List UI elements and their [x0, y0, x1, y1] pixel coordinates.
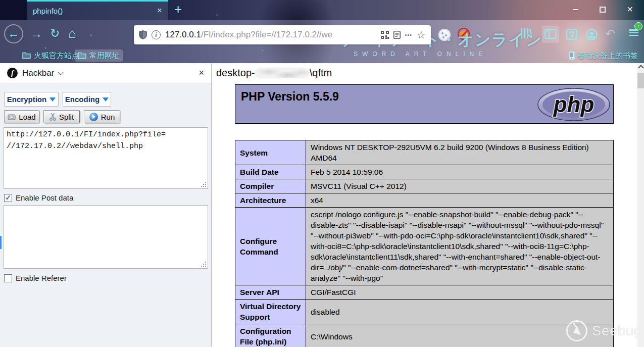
table-row: Configure Commandcscript /nologo configu… [235, 208, 614, 285]
seebug-watermark-text: Seebug [592, 323, 637, 339]
table-row: SystemWindows NT DESKTOP-292U5VM 6.2 bui… [235, 140, 614, 165]
table-row: CompilerMSVC11 (Visual C++ 2012) [235, 179, 614, 193]
bookmark-label: 常用网址 [89, 51, 120, 61]
split-label: Split [59, 113, 74, 121]
row-value: CGI/FastCGI [306, 285, 614, 300]
php-logo: php [536, 87, 611, 122]
table-row: Server APICGI/FastCGI [235, 285, 614, 300]
referer-label: Enable Referer [16, 274, 67, 282]
svg-text:php: php [553, 92, 595, 117]
row-value: MSVC11 (Visual C++ 2012) [306, 179, 614, 193]
php-version-header: PHP Version 5.5.9 php [235, 84, 614, 124]
scrollbar-up-arrow-icon[interactable] [638, 65, 643, 69]
window-minimize-button[interactable]: – [573, 3, 578, 15]
row-value: Feb 5 2014 10:59:06 [306, 165, 614, 179]
shield-icon[interactable] [139, 30, 147, 39]
scissors-icon [49, 113, 56, 121]
encoding-label: Encoding [65, 95, 100, 104]
scrollbar-thumb[interactable] [637, 73, 644, 88]
sidebar-icon[interactable] [544, 29, 557, 39]
table-row: Build DateFeb 5 2014 10:59:06 [235, 165, 614, 179]
bookmark-star-icon[interactable]: ☆ [417, 29, 426, 41]
seebug-watermark: Seebug [566, 320, 637, 342]
dropdown-arrow-icon [49, 97, 56, 102]
bookmark-label: 火狐官方站点 [34, 51, 79, 61]
table-row: Virtual Directory Supportdisabled [235, 300, 614, 324]
new-tab-button[interactable]: + [174, 2, 182, 17]
referer-checkbox[interactable]: ✓ [4, 274, 12, 282]
update-badge-icon[interactable]: ↑ [634, 22, 642, 30]
tabbar-corner [0, 0, 26, 20]
panel-scroll-indicator [0, 236, 2, 249]
panel-close-button[interactable]: × [199, 68, 204, 78]
encoding-dropdown-button[interactable]: Encoding [63, 92, 111, 107]
php-version-title: PHP Version 5.5.9 [241, 90, 339, 104]
resize-grip-icon[interactable] [201, 262, 206, 267]
resize-grip-icon[interactable] [201, 182, 206, 187]
enable-post-data-row: ✓ Enable Post data [4, 193, 73, 202]
page-actions-icon[interactable]: ••• [405, 32, 413, 38]
row-label: Build Date [235, 165, 306, 179]
encryption-dropdown-button[interactable]: Encryption [4, 92, 59, 107]
window-maximize-button[interactable] [600, 7, 606, 13]
account-icon[interactable] [586, 29, 598, 40]
window-close-button[interactable]: × [627, 3, 633, 15]
load-icon [8, 114, 16, 120]
tab-close-icon[interactable]: × [157, 6, 162, 16]
page-scrollbar[interactable] [637, 63, 644, 347]
back-icon: ← [8, 27, 19, 40]
redaction-blob [255, 68, 310, 78]
qr-code-icon[interactable] [381, 31, 389, 39]
url-text: 127.0.0.1/FI/index.php?file=//172.17.0.2… [165, 30, 376, 40]
menu-icon[interactable] [629, 29, 638, 36]
load-label: Load [19, 113, 35, 121]
row-value: cscript /nologo configure.js "--enable-s… [306, 208, 614, 285]
run-button[interactable]: Run [84, 110, 120, 123]
forward-button[interactable]: → [30, 27, 42, 41]
row-value: Windows NT DESKTOP-292U5VM 6.2 build 920… [306, 140, 614, 165]
encryption-label: Encryption [7, 95, 46, 104]
extensions-icon[interactable] [566, 29, 577, 40]
enable-referer-row: ✓ Enable Referer [4, 274, 67, 282]
home-button[interactable]: ⌂ [68, 26, 76, 41]
url-path: /FI/index.php?file=//172.17.0.2//we [201, 30, 332, 39]
table-row: Architecturex64 [235, 193, 614, 208]
page-content: desktop-\qftm PHP Version 5.5.9 php Syst… [212, 63, 637, 347]
run-play-icon [89, 113, 98, 121]
hackbar-post-data-textarea[interactable] [4, 205, 208, 269]
post-data-checkbox[interactable]: ✓ [4, 194, 12, 202]
site-info-icon[interactable]: i [152, 30, 161, 39]
bookmark-common-sites[interactable]: 常用网址 [75, 49, 123, 62]
host-suffix: \qftm [310, 67, 332, 78]
hackbar-url-textarea[interactable]: http://127.0.0.1/FI/index.php?file= //17… [4, 127, 208, 189]
forward-icon: → [30, 27, 42, 40]
bookmark-firefox-official[interactable]: 火狐官方站点 [19, 49, 82, 62]
theme-background-title-en: SWORD ART ONLINE [354, 51, 487, 58]
home-icon: ⌂ [68, 26, 76, 41]
row-label: Compiler [235, 179, 306, 193]
hackbar-title: Hackbar [22, 68, 54, 78]
split-button[interactable]: Split [43, 110, 80, 123]
hackbar-panel: f Hackbar × Encryption Encoding Load Spl… [0, 63, 212, 347]
undo-icon[interactable]: ↶ [605, 27, 615, 41]
load-button[interactable]: Load [4, 110, 39, 123]
address-bar[interactable]: i 127.0.0.1/FI/index.php?file=//172.17.0… [134, 25, 431, 44]
tab-title: phpinfo() [33, 7, 63, 15]
run-label: Run [101, 113, 115, 121]
url-domain: 127.0.0.1 [165, 30, 201, 39]
reload-button[interactable]: ↻ [50, 27, 60, 40]
table-row: Configuration File (php.ini)C:\Windows [235, 324, 614, 347]
folder-icon [78, 52, 86, 59]
mobile-bookmarks-label: 移动设备上的书签 [577, 51, 638, 61]
row-label: Configure Command [235, 208, 306, 285]
back-button[interactable]: ← [4, 24, 23, 43]
mobile-bookmarks-item[interactable]: 移动设备上的书签 [569, 49, 638, 62]
tab-phpinfo[interactable]: phpinfo() × [27, 0, 168, 20]
dropdown-arrow-icon [103, 97, 109, 102]
row-label: System [235, 140, 306, 165]
chevron-down-icon[interactable] [58, 69, 64, 75]
page-title: desktop-\qftm [216, 67, 332, 79]
row-label: Server API [235, 285, 306, 300]
row-label: Architecture [235, 193, 306, 208]
reader-mode-icon[interactable] [393, 31, 401, 39]
